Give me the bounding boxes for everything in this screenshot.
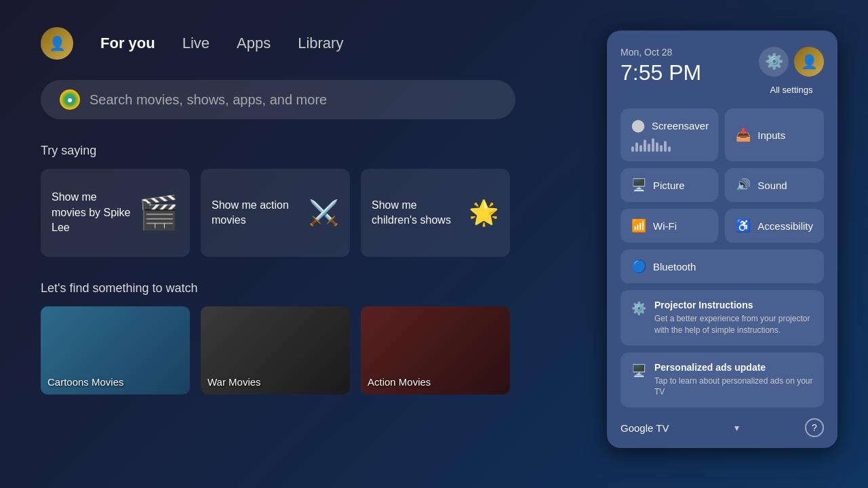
accessibility-label: Accessibility [757,220,813,232]
suggestion-text-0: Show me movies by Spike Lee [52,190,132,235]
projector-instructions-card[interactable]: ⚙️ Projector Instructions Get a better e… [620,290,824,346]
all-settings-label: All settings [770,85,813,95]
accessibility-icon: ♿ [736,218,751,233]
bluetooth-button[interactable]: 🔵 Bluetooth [620,249,824,283]
settings-panel: Mon, Oct 28 7:55 PM ⚙️ 👤 All settings ⬤ … [607,30,837,448]
nav-apps[interactable]: Apps [237,35,271,52]
screensaver-button[interactable]: ⬤ Screensaver [620,108,718,161]
google-assistant-icon: ● [60,89,80,110]
movie-card-action[interactable]: Action Movies [361,306,510,394]
projector-title: Projector Instructions [654,300,813,310]
bluetooth-label: Bluetooth [653,261,696,272]
suggestion-action[interactable]: Show me action movies ⚔️ [201,169,350,257]
suggestion-children[interactable]: Show me children's shows 🌟 [361,169,510,257]
suggestion-emoji-2: 🌟 [469,199,499,227]
screensaver-toggle: ⬤ [631,118,645,133]
search-bar[interactable]: ● Search movies, shows, apps, and more [41,80,515,119]
movie-title-cartoons: Cartoons Movies [47,376,124,388]
projector-desc: Get a better experience from your projec… [654,313,813,336]
screensaver-label: Screensaver [652,120,709,131]
picture-button[interactable]: 🖥️ Picture [620,168,718,202]
suggestion-emoji-1: ⚔️ [309,199,339,227]
panel-time: 7:55 PM [620,60,701,85]
ads-icon: 🖥️ [631,363,646,378]
nav-live[interactable]: Live [182,35,210,52]
help-icon[interactable]: ? [805,418,824,437]
sound-icon: 🔊 [736,178,751,192]
suggestion-emoji-0: 🎬 [138,194,179,232]
wifi-button[interactable]: 📶 Wi-Fi [620,209,718,243]
panel-datetime: Mon, Oct 28 7:55 PM [620,47,701,85]
picture-icon: 🖥️ [631,178,646,192]
suggestion-text-1: Show me action movies [212,198,302,228]
panel-date: Mon, Oct 28 [620,47,701,58]
nav-for-you[interactable]: For you [100,35,155,52]
panel-header-actions: ⚙️ 👤 All settings [759,47,824,95]
search-placeholder: Search movies, shows, apps, and more [90,92,327,108]
panel-footer: Google TV ▾ ? [620,414,824,437]
accessibility-button[interactable]: ♿ Accessibility [725,209,824,243]
ads-desc: Tap to learn about personalized ads on y… [654,375,813,399]
personalized-ads-card[interactable]: 🖥️ Personalized ads update Tap to learn … [620,352,824,408]
picture-label: Picture [653,180,685,191]
projector-icon: ⚙️ [631,301,646,316]
screensaver-waves [631,138,707,152]
wifi-label: Wi-Fi [653,220,677,232]
google-tv-label: Google TV [620,422,669,434]
ads-title: Personalized ads update [654,362,813,373]
user-avatar-button[interactable]: 👤 [794,47,824,77]
inputs-label: Inputs [757,129,785,141]
panel-grid: ⬤ Screensaver 📥 Inputs 🖥️ [620,108,824,283]
movie-title-war: War Movies [208,376,261,388]
bluetooth-icon: 🔵 [631,259,646,274]
chevron-down-icon[interactable]: ▾ [734,422,739,433]
inputs-icon: 📥 [736,127,751,142]
sound-button[interactable]: 🔊 Sound [725,168,824,202]
sound-label: Sound [757,180,787,191]
suggestion-text-2: Show me children's shows [372,198,462,228]
inputs-button[interactable]: 📥 Inputs [725,108,824,161]
movie-title-action: Action Movies [368,376,431,388]
all-settings-button[interactable]: ⚙️ [759,47,789,77]
wifi-icon: 📶 [631,218,646,233]
movie-card-war[interactable]: War Movies [201,306,350,394]
movie-card-cartoons[interactable]: Cartoons Movies [41,306,190,394]
nav-library[interactable]: Library [298,35,343,52]
suggestion-spike-lee[interactable]: Show me movies by Spike Lee 🎬 [41,169,190,257]
avatar[interactable]: 👤 [41,27,73,60]
panel-header: Mon, Oct 28 7:55 PM ⚙️ 👤 All settings [620,47,824,95]
